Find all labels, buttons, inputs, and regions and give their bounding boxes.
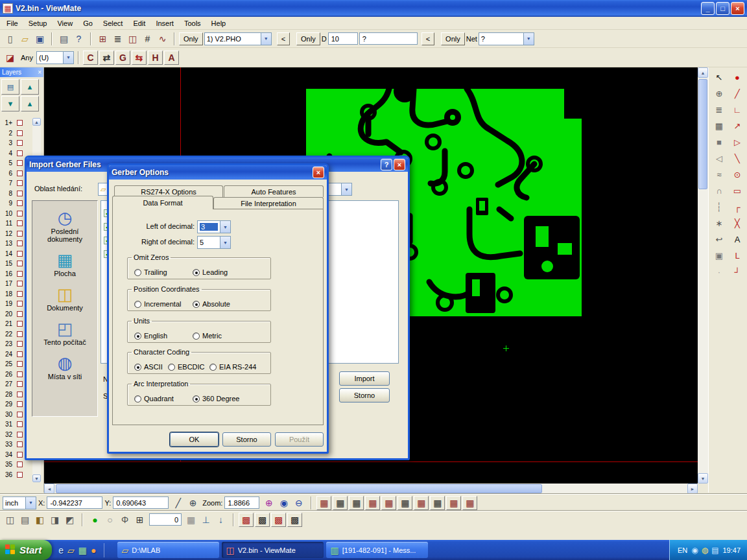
menu-item[interactable]: Edit [128, 18, 150, 29]
vertical-scroll-thumb[interactable] [698, 79, 707, 189]
mask-icon[interactable]: ◩ [62, 513, 77, 527]
tab-file-interpretation[interactable]: File Interpretation [213, 197, 324, 209]
dcode-query-input[interactable]: ? [359, 32, 418, 45]
wave-icon[interactable]: ≈ [711, 167, 728, 182]
layer-visibility-checkbox[interactable] [17, 231, 23, 237]
dcode-input[interactable]: 10 [328, 32, 358, 45]
layer-visibility-checkbox[interactable] [17, 472, 23, 478]
layer-visibility-checkbox[interactable] [17, 421, 23, 427]
layers-small-icon[interactable]: ▤ [18, 513, 32, 527]
layer-visibility-checkbox[interactable] [17, 200, 23, 206]
pattern-black-icon[interactable]: ▩ [255, 513, 270, 527]
canvas-vertical-scrollbar[interactable]: ▲ ▼ [698, 67, 708, 484]
origin-target-icon[interactable]: ⊕ [185, 496, 200, 510]
layer-visibility-checkbox[interactable] [17, 441, 23, 447]
layer-visibility-checkbox[interactable] [17, 341, 23, 347]
minimize-button[interactable]: _ [701, 2, 715, 15]
dropdown-arrow-icon[interactable]: ▼ [523, 33, 534, 45]
pad-dot-icon[interactable]: ● [729, 70, 746, 85]
horizontal-scroll-thumb[interactable] [56, 484, 542, 493]
dot-grid-icon[interactable]: ▦ [184, 513, 198, 527]
only-net-button[interactable]: Only [441, 32, 465, 45]
radio-metric[interactable] [193, 332, 200, 340]
pattern-red2-icon[interactable]: ▩ [271, 513, 286, 527]
grid-icon[interactable]: # [140, 32, 155, 46]
swap-icon[interactable]: ⇆ [132, 51, 147, 65]
menu-item[interactable]: Go [78, 18, 98, 29]
film-box-icon[interactable]: ◫ [125, 32, 140, 46]
layer-visibility-checkbox[interactable] [17, 391, 23, 397]
anchor-icon[interactable]: ⊥ [198, 513, 213, 527]
layer-up-icon[interactable]: ▲ [21, 79, 39, 95]
layer-visibility-checkbox[interactable] [17, 452, 23, 458]
flip-icon[interactable]: ◁ [711, 151, 728, 166]
film-toggle-icon[interactable]: ▦ [430, 496, 445, 510]
radio-eia-rs244[interactable] [209, 364, 217, 371]
net-combo[interactable]: ? ▼ [479, 32, 534, 45]
layer-visibility-checkbox[interactable] [17, 130, 23, 136]
clock[interactable]: 19:47 [722, 546, 741, 554]
diameter-icon[interactable]: Φ [117, 513, 132, 527]
layer-visibility-checkbox[interactable] [17, 361, 23, 367]
y-coordinate-field[interactable]: 0.690643 [113, 496, 169, 509]
draw-line2-icon[interactable]: ╲ [729, 151, 746, 166]
label-l-icon[interactable]: L [729, 248, 746, 263]
layer-row[interactable]: 2 [1, 128, 31, 139]
layer-row[interactable]: 1+ [1, 118, 31, 128]
layer-visibility-checkbox[interactable] [17, 371, 23, 377]
film-strip-icon[interactable]: ◫ [3, 513, 18, 527]
scroll-down-icon[interactable]: ▼ [698, 473, 708, 484]
scroll-left-icon[interactable]: ◄ [44, 484, 54, 494]
film-toggle-icon[interactable]: ▦ [446, 496, 461, 510]
text-tool-icon[interactable]: A [164, 51, 179, 65]
chart-icon[interactable]: ∿ [155, 32, 170, 46]
layer-visibility-checkbox[interactable] [17, 461, 23, 467]
zoom-point-icon[interactable]: ⊕ [711, 86, 728, 101]
film-toggle-icon[interactable]: ▦ [462, 496, 477, 510]
menu-item[interactable]: Help [206, 18, 231, 29]
layer-visibility-checkbox[interactable] [17, 240, 23, 246]
radio-trailing[interactable] [134, 269, 141, 276]
fill-grid-icon[interactable]: ▦ [711, 119, 728, 134]
list-icon[interactable]: ≣ [711, 102, 728, 117]
close-button[interactable]: × [731, 2, 744, 15]
menu-item[interactable]: File [1, 18, 23, 29]
layer-visibility-checkbox[interactable] [17, 211, 23, 216]
zoom-in-icon[interactable]: ⊕ [261, 496, 276, 510]
start-button[interactable]: Start [0, 540, 52, 560]
dropdown-arrow-icon[interactable]: ▼ [25, 497, 36, 509]
right-decimal-combo[interactable]: 5 ▼ [197, 236, 231, 249]
layer-visibility-checkbox[interactable] [17, 381, 23, 387]
arrow-down-icon[interactable]: ↓ [213, 513, 228, 527]
rect-tool-icon[interactable]: ▭ [729, 183, 746, 198]
corner2-icon[interactable]: ┘ [729, 264, 746, 279]
layer-down-icon[interactable]: ▼ [1, 96, 19, 111]
gerber-options-close-button[interactable]: × [313, 167, 324, 178]
prev-net-button[interactable]: < [421, 32, 434, 45]
radio-leading[interactable] [193, 269, 200, 276]
radio-quadrant[interactable] [134, 395, 141, 402]
table-grid-icon[interactable]: ⊞ [132, 513, 147, 527]
h-plane-icon[interactable]: H [148, 51, 163, 65]
layer-row[interactable]: 35 [1, 460, 31, 470]
quick-browser-icon[interactable]: ● [91, 546, 96, 555]
tray-update-icon[interactable]: ◍ [702, 546, 708, 554]
layer-visibility-checkbox[interactable] [17, 281, 23, 286]
draw-angle-icon[interactable]: ∟ [729, 102, 746, 117]
dropdown-arrow-icon[interactable]: ▼ [220, 237, 230, 248]
quick-desktop-icon[interactable]: ▦ [78, 546, 87, 555]
place-computer[interactable]: ◰ Tento počítač [32, 320, 97, 346]
task-explorer[interactable]: ▱ D:\MLAB [117, 542, 219, 558]
measure-diagonal-icon[interactable]: ╱ [171, 496, 185, 510]
only-dcode-button[interactable]: Only [296, 32, 320, 45]
gerber-options-titlebar[interactable]: Gerber Options × [109, 165, 327, 180]
dropdown-arrow-icon[interactable]: ▼ [341, 183, 351, 195]
layer-visibility-checkbox[interactable] [17, 150, 23, 156]
layer-visibility-checkbox[interactable] [17, 120, 23, 126]
scroll-up-icon[interactable]: ▲ [698, 67, 708, 78]
dots-icon[interactable]: ┆ [711, 200, 728, 215]
menu-item[interactable]: Tools [179, 18, 206, 29]
layer-visibility-checkbox[interactable] [17, 291, 23, 297]
film-toggle-icon[interactable]: ▦ [333, 496, 348, 510]
canvas-horizontal-scrollbar[interactable]: ◄ ► [44, 484, 698, 494]
